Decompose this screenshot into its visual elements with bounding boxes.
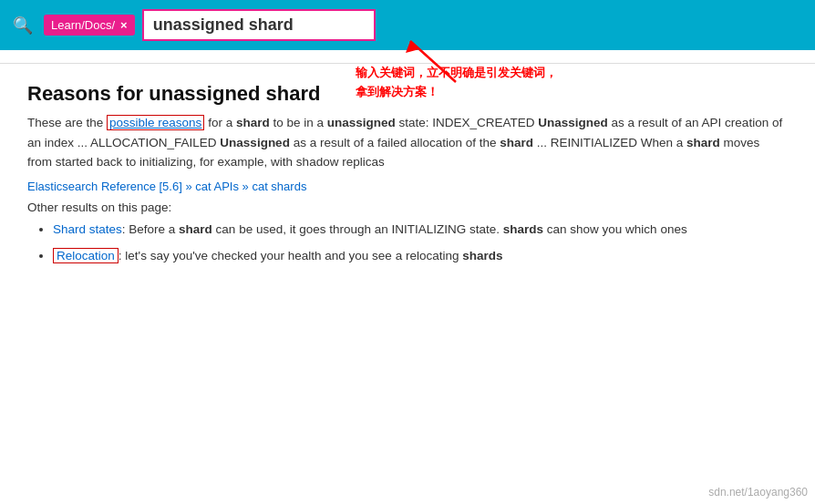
close-icon[interactable]: ×: [120, 18, 128, 32]
result-title: Reasons for unassigned shard: [27, 82, 788, 106]
search-input[interactable]: [142, 9, 376, 41]
list-item: Shard states: Before a shard can be used…: [53, 220, 788, 240]
divider: [0, 63, 815, 64]
bullet-list: Shard states: Before a shard can be used…: [27, 220, 788, 266]
shard-states-link[interactable]: Shard states: [53, 222, 122, 236]
main-content: Reasons for unassigned shard These are t…: [0, 73, 815, 283]
list-item: Relocation: let's say you've checked you…: [53, 246, 788, 266]
search-header: 🔍 Learn/Docs/ ×: [0, 0, 815, 50]
result-snippet: These are the possible reasons for a sha…: [27, 113, 788, 172]
watermark: sdn.net/1aoyang360: [708, 486, 808, 499]
relocation-link[interactable]: Relocation: [53, 248, 119, 263]
snippet-text1: These are the: [27, 116, 107, 129]
breadcrumb-tag[interactable]: Learn/Docs/ ×: [44, 15, 135, 36]
breadcrumb-nav-link[interactable]: Elasticsearch Reference [5.6] » cat APIs…: [27, 180, 788, 193]
possible-reasons-link[interactable]: possible reasons: [107, 115, 204, 130]
other-results-label: Other results on this page:: [27, 201, 788, 214]
list-item-text: : Before a shard can be used, it goes th…: [122, 222, 687, 236]
search-icon: 🔍: [13, 15, 33, 36]
list-item-text2: : let's say you've checked your health a…: [119, 249, 503, 262]
breadcrumb-label: Learn/Docs/: [51, 18, 115, 32]
